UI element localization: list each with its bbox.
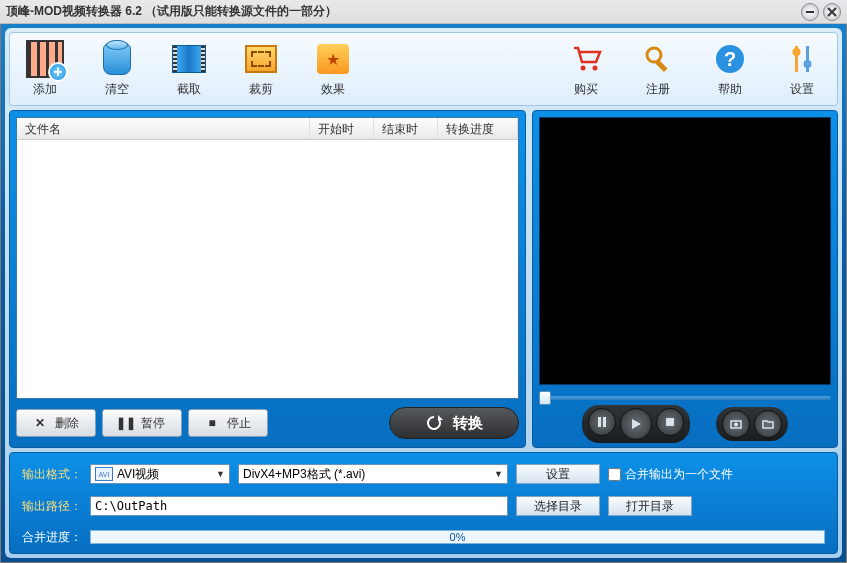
effect-label: 效果 xyxy=(321,81,345,98)
crop-label: 裁剪 xyxy=(249,81,273,98)
app-inner: + 添加 清空 截取 裁剪 效果 购买 注册 ? xyxy=(5,28,842,558)
merge-checkbox[interactable]: 合并输出为一个文件 xyxy=(608,466,733,483)
seek-thumb[interactable] xyxy=(539,391,551,405)
path-row: 输出路径： 选择目录 打开目录 xyxy=(22,495,825,517)
seek-track xyxy=(539,396,831,400)
title-bar: 顶峰-MOD视频转换器 6.2 （试用版只能转换源文件的一部分） xyxy=(0,0,847,24)
svg-rect-8 xyxy=(806,46,809,72)
pause-button[interactable]: ❚❚ 暂停 xyxy=(102,409,182,437)
cart-icon xyxy=(567,40,605,78)
help-button[interactable]: ? 帮助 xyxy=(705,40,755,98)
list-body[interactable] xyxy=(17,140,518,398)
effect-icon xyxy=(314,40,352,78)
merge-progress-percent: 0% xyxy=(450,531,466,543)
clear-button[interactable]: 清空 xyxy=(92,40,142,98)
capture-icon xyxy=(170,40,208,78)
register-icon xyxy=(639,40,677,78)
merge-checkbox-input[interactable] xyxy=(608,468,621,481)
delete-label: 删除 xyxy=(55,415,79,432)
format-settings-button[interactable]: 设置 xyxy=(516,464,600,484)
add-label: 添加 xyxy=(33,81,57,98)
x-icon: ✕ xyxy=(33,416,47,430)
pause-icon: ❚❚ xyxy=(119,416,133,430)
stop-label: 停止 xyxy=(227,415,251,432)
svg-point-10 xyxy=(804,60,812,68)
svg-point-3 xyxy=(647,48,661,62)
register-label: 注册 xyxy=(646,81,670,98)
help-label: 帮助 xyxy=(718,81,742,98)
toolbar-left-group: + 添加 清空 截取 裁剪 效果 xyxy=(20,40,358,98)
merge-progress-label: 合并进度： xyxy=(22,529,82,546)
clear-icon xyxy=(98,40,136,78)
delete-button[interactable]: ✕ 删除 xyxy=(16,409,96,437)
toolbar-right-group: 购买 注册 ? 帮助 设置 xyxy=(561,40,827,98)
help-icon: ? xyxy=(711,40,749,78)
add-icon: + xyxy=(26,40,64,78)
svg-rect-13 xyxy=(666,418,674,426)
svg-point-9 xyxy=(793,48,801,56)
output-path-input[interactable] xyxy=(90,496,508,516)
close-button[interactable] xyxy=(823,3,841,21)
crop-button[interactable]: 裁剪 xyxy=(236,40,286,98)
seek-slider[interactable] xyxy=(539,391,831,405)
format-codec-value: DivX4+MP3格式 (*.avi) xyxy=(243,466,365,483)
list-header: 文件名 开始时间 结束时间 转换进度 xyxy=(17,118,518,140)
convert-label: 转换 xyxy=(453,414,483,433)
register-button[interactable]: 注册 xyxy=(633,40,683,98)
playback-controls xyxy=(539,407,831,441)
settings-button[interactable]: 设置 xyxy=(777,40,827,98)
open-dir-button[interactable]: 打开目录 xyxy=(608,496,692,516)
window-title: 顶峰-MOD视频转换器 6.2 （试用版只能转换源文件的一部分） xyxy=(6,3,797,20)
svg-rect-4 xyxy=(655,60,667,72)
svg-point-2 xyxy=(593,66,598,71)
format-category-select[interactable]: AVIAVI视频 ▼ xyxy=(90,464,230,484)
main-toolbar: + 添加 清空 截取 裁剪 效果 购买 注册 ? xyxy=(9,32,838,106)
choose-dir-button[interactable]: 选择目录 xyxy=(516,496,600,516)
video-preview[interactable] xyxy=(539,117,831,385)
capture-button[interactable]: 截取 xyxy=(164,40,214,98)
buy-button[interactable]: 购买 xyxy=(561,40,611,98)
minimize-button[interactable] xyxy=(801,3,819,21)
list-controls: ✕ 删除 ❚❚ 暂停 ■ 停止 转换 xyxy=(16,405,519,441)
col-progress[interactable]: 转换进度 xyxy=(438,118,518,139)
svg-rect-12 xyxy=(603,417,606,427)
convert-button[interactable]: 转换 xyxy=(389,407,519,439)
svg-point-15 xyxy=(734,423,738,427)
stop-button[interactable]: ■ 停止 xyxy=(188,409,268,437)
crop-icon xyxy=(242,40,280,78)
merge-progress-bar: 0% xyxy=(90,530,825,544)
add-button[interactable]: + 添加 xyxy=(20,40,70,98)
app-frame: + 添加 清空 截取 裁剪 效果 购买 注册 ? xyxy=(0,24,847,563)
snapshot-group xyxy=(716,407,788,441)
format-codec-select[interactable]: DivX4+MP3格式 (*.avi) ▼ xyxy=(238,464,508,484)
open-folder-button[interactable] xyxy=(754,410,782,438)
player-stop-button[interactable] xyxy=(656,408,684,436)
file-list[interactable]: 文件名 开始时间 结束时间 转换进度 xyxy=(16,117,519,399)
col-start-time[interactable]: 开始时间 xyxy=(310,118,374,139)
play-group xyxy=(582,405,690,443)
player-pause-button[interactable] xyxy=(588,408,616,436)
svg-rect-11 xyxy=(598,417,601,427)
svg-text:?: ? xyxy=(724,48,736,70)
clear-label: 清空 xyxy=(105,81,129,98)
preview-panel xyxy=(532,110,838,448)
col-end-time[interactable]: 结束时间 xyxy=(374,118,438,139)
refresh-icon xyxy=(425,414,443,432)
capture-label: 截取 xyxy=(177,81,201,98)
snapshot-button[interactable] xyxy=(722,410,750,438)
effect-button[interactable]: 效果 xyxy=(308,40,358,98)
settings-label: 设置 xyxy=(790,81,814,98)
file-list-panel: 文件名 开始时间 结束时间 转换进度 ✕ 删除 ❚❚ 暂停 ■ 停止 转换 xyxy=(9,110,526,448)
svg-point-1 xyxy=(581,66,586,71)
settings-icon xyxy=(783,40,821,78)
merge-checkbox-label: 合并输出为一个文件 xyxy=(625,466,733,483)
col-filename[interactable]: 文件名 xyxy=(17,118,310,139)
format-label: 输出格式： xyxy=(22,466,82,483)
stop-icon: ■ xyxy=(205,416,219,430)
chevron-down-icon: ▼ xyxy=(494,469,503,479)
merge-progress-row: 合并进度： 0% xyxy=(22,527,825,547)
format-row: 输出格式： AVIAVI视频 ▼ DivX4+MP3格式 (*.avi) ▼ 设… xyxy=(22,463,825,485)
buy-label: 购买 xyxy=(574,81,598,98)
chevron-down-icon: ▼ xyxy=(216,469,225,479)
player-play-button[interactable] xyxy=(620,408,652,440)
